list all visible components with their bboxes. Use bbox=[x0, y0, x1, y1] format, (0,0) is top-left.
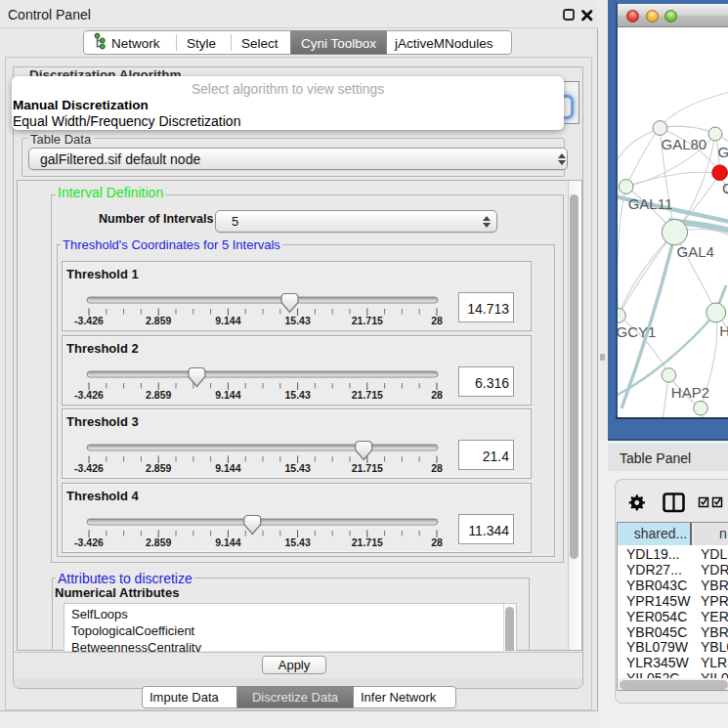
svg-text:-3.426: -3.426 bbox=[74, 462, 104, 474]
svg-text:-3.426: -3.426 bbox=[74, 536, 104, 548]
svg-text:28: 28 bbox=[431, 389, 443, 401]
svg-text:21.715: 21.715 bbox=[352, 536, 383, 548]
svg-text:C: C bbox=[722, 180, 728, 196]
svg-text:GAL4: GAL4 bbox=[677, 243, 714, 260]
svg-text:GCY1: GCY1 bbox=[618, 323, 656, 340]
svg-text:2.859: 2.859 bbox=[146, 315, 171, 326]
svg-text:15.43: 15.43 bbox=[284, 462, 310, 474]
svg-text:GAL80: GAL80 bbox=[662, 136, 707, 152]
svg-text:9.144: 9.144 bbox=[215, 389, 240, 401]
svg-text:GAL11: GAL11 bbox=[628, 195, 673, 212]
svg-text:9.144: 9.144 bbox=[215, 315, 240, 326]
svg-text:2.859: 2.859 bbox=[146, 536, 171, 548]
svg-text:HAP2: HAP2 bbox=[671, 384, 709, 401]
svg-text:-3.426: -3.426 bbox=[74, 389, 104, 401]
svg-text:2.859: 2.859 bbox=[146, 462, 171, 474]
svg-text:9.144: 9.144 bbox=[215, 536, 240, 548]
svg-text:15.43: 15.43 bbox=[284, 389, 310, 401]
svg-text:21.715: 21.715 bbox=[352, 389, 383, 401]
svg-text:9.144: 9.144 bbox=[215, 462, 240, 474]
svg-text:28: 28 bbox=[431, 536, 443, 548]
svg-text:28: 28 bbox=[431, 315, 443, 326]
svg-text:H: H bbox=[719, 322, 728, 339]
svg-text:2.859: 2.859 bbox=[146, 389, 171, 401]
svg-text:GA: GA bbox=[718, 144, 728, 160]
svg-text:15.43: 15.43 bbox=[284, 315, 310, 326]
svg-text:-3.426: -3.426 bbox=[74, 315, 104, 326]
svg-text:21.715: 21.715 bbox=[352, 462, 383, 474]
svg-text:21.715: 21.715 bbox=[352, 315, 383, 326]
svg-text:28: 28 bbox=[431, 462, 443, 474]
svg-text:15.43: 15.43 bbox=[284, 536, 310, 548]
